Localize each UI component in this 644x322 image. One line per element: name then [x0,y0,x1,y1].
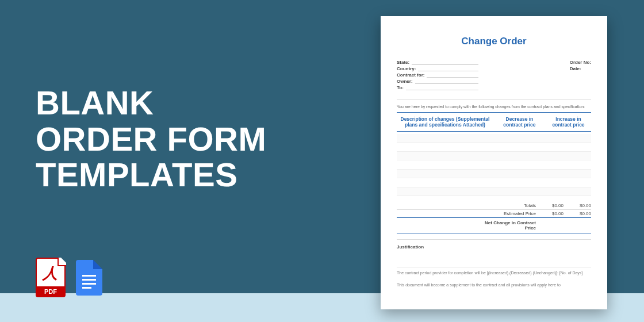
headline-line-2: ORDER FORM [36,121,266,158]
estimated-label: Estimated Price [478,211,536,216]
table-row [397,178,591,187]
justification-label: Justification [397,239,591,250]
totals-increase-value: $0.00 [569,203,591,208]
headline-line-3: TEMPLATES [36,157,266,193]
footnote-supplement: This document will become a supplement t… [397,282,591,289]
table-row [397,143,591,151]
pdf-fold-corner [57,258,66,266]
docs-fold-corner [93,260,102,269]
meta-blank [427,72,478,78]
estimated-row: Estimated Price $0.00 $0.00 [397,209,591,217]
table-body [397,132,591,196]
document-preview: Change Order State: Country: Contract fo… [381,16,607,309]
table-row [397,187,591,196]
meta-blank [415,79,479,84]
table-header: Description of changes (Supplemental pla… [397,112,591,132]
meta-left-column: State: Country: Contract for: Owner: To: [397,60,478,90]
meta-state-label: State: [397,60,409,65]
doc-title: Change Order [397,36,591,47]
google-docs-icon [76,260,102,296]
doc-intro: You are here by requested to comply with… [397,99,591,109]
format-icons: 人 PDF [36,258,102,296]
net-change-row: Net Change in Contract Price [397,217,591,233]
th-description: Description of changes (Supplemental pla… [397,116,493,128]
pdf-icon: 人 PDF [36,258,66,296]
pdf-label: PDF [36,288,66,297]
totals-label: Totals [478,203,536,208]
net-change-label: Net Change in Contract Price [478,220,536,231]
meta-date-label: Date: [570,66,581,71]
th-increase: Increase in contract price [546,116,591,128]
meta-orderno-label: Order No: [570,60,591,65]
totals-section: Totals $0.00 $0.00 Estimated Price $0.00… [397,202,591,233]
estimated-increase-value: $0.00 [569,211,591,216]
meta-owner-label: Owner: [397,79,413,84]
net-decrease-value [542,220,564,231]
footnote-period: The contract period provider for complet… [397,267,591,277]
meta-country-label: Country: [397,66,416,71]
th-decrease: Decrease in contract price [497,116,542,128]
meta-blank [412,60,478,65]
hero-headline: BLANK ORDER FORM TEMPLATES [36,85,266,193]
docs-lines-icon [82,275,96,289]
meta-to-label: To: [397,85,404,90]
meta-blank [418,66,478,71]
doc-meta: State: Country: Contract for: Owner: To:… [397,60,591,90]
table-row [397,134,591,143]
net-increase-value [569,220,591,231]
pdf-page-shape: 人 [36,258,66,288]
meta-blank [406,85,479,90]
totals-decrease-value: $0.00 [542,203,564,208]
table-row [397,152,591,160]
justification-blank [397,250,591,262]
table-row [397,170,591,178]
meta-right-column: Order No: Date: [570,60,591,90]
estimated-decrease-value: $0.00 [542,211,564,216]
totals-row: Totals $0.00 $0.00 [397,202,591,209]
adobe-swoosh-icon: 人 [43,263,57,283]
meta-contract-label: Contract for: [397,72,424,78]
table-row [397,160,591,169]
headline-line-1: BLANK [36,85,266,121]
